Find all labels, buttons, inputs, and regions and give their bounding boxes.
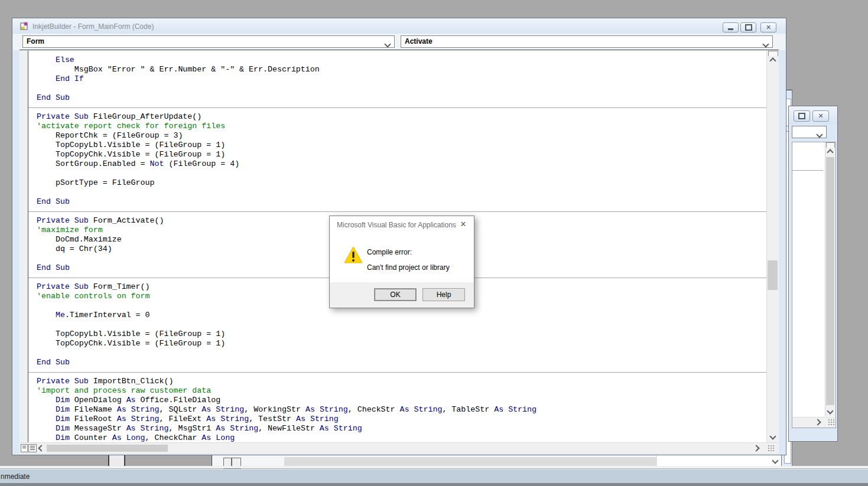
code-line[interactable]: Private Sub ImportBtn_Click()	[28, 377, 766, 386]
code-line[interactable]: Dim Counter As Long, CheckChar As Long	[28, 433, 766, 442]
procedure-dropdown-value: Activate	[405, 37, 433, 45]
procedure-separator	[792, 170, 823, 171]
horizontal-scrollbar[interactable]	[284, 457, 656, 467]
chevron-up-icon	[769, 57, 776, 64]
scroll-left-button[interactable]	[37, 444, 45, 452]
procedure-separator	[28, 367, 766, 377]
code-line[interactable]: Else	[28, 56, 766, 65]
chevron-down-icon	[762, 41, 769, 47]
resize-grip-icon[interactable]	[768, 445, 775, 452]
code-line[interactable]: End Sub	[28, 358, 766, 367]
code-line[interactable]: pSortType = FileGroup	[28, 178, 766, 188]
code-line[interactable]	[28, 348, 766, 358]
scroll-down-button[interactable]	[825, 406, 835, 415]
close-icon[interactable]: ✕	[760, 22, 776, 32]
code-line[interactable]	[28, 188, 766, 197]
horizontal-scrollbar-row	[19, 442, 778, 454]
chevron-right-icon	[814, 419, 821, 425]
procedure-view-icon[interactable]	[21, 444, 28, 452]
scrollbar-thumb[interactable]	[768, 260, 778, 290]
code-line[interactable]: TopCopyLbl.Visible = (FileGroup = 1)	[28, 141, 766, 150]
dropdown-row: Form Activate	[13, 34, 785, 50]
procedure-separator	[28, 207, 766, 216]
window-title: InkjetBuilder - Form_MainForm (Code)	[32, 22, 154, 31]
vertical-scrollbar[interactable]	[825, 142, 836, 416]
help-button[interactable]: Help	[422, 288, 465, 301]
scroll-down-button[interactable]	[767, 432, 778, 441]
chevron-down-icon	[827, 407, 833, 414]
chevron-down-icon	[816, 131, 823, 138]
full-module-view-icon[interactable]	[28, 444, 37, 452]
code-window-titlebar[interactable]: InkjetBuilder - Form_MainForm (Code) ✕	[12, 18, 786, 34]
restore-icon[interactable]	[740, 22, 756, 32]
secondary-object-dropdown[interactable]	[792, 126, 827, 138]
code-line[interactable]	[28, 84, 766, 93]
code-line[interactable]: Dim MessageStr As String, MsgStr1 As Str…	[28, 424, 766, 433]
procedure-separator	[28, 103, 766, 112]
secondary-code-area[interactable]	[792, 142, 836, 428]
scroll-right-button[interactable]	[752, 444, 760, 452]
scroll-up-button[interactable]	[825, 148, 835, 156]
code-line[interactable]: 'import and process raw customer data	[28, 386, 766, 396]
close-icon[interactable]: ✕	[459, 220, 468, 229]
scroll-up-button[interactable]	[767, 56, 778, 66]
dialog-title: Microsoft Visual Basic for Applications	[337, 221, 456, 229]
warning-icon	[344, 246, 363, 265]
chevron-up-icon	[827, 149, 833, 155]
dialog-footer: OK Help	[330, 282, 474, 308]
scrollbar-thumb[interactable]	[826, 157, 834, 405]
restore-icon[interactable]	[794, 110, 810, 122]
chevron-down-icon[interactable]	[772, 457, 778, 464]
code-line[interactable]: SortGroup.Enabled = Not (FileGroup = 4)	[28, 159, 766, 169]
chevron-down-icon	[384, 41, 391, 47]
code-line[interactable]: Dim FileName As String, SQLstr As String…	[28, 405, 766, 415]
scrollbar-thumb[interactable]	[47, 445, 168, 452]
error-message: Can't find project or library	[367, 263, 450, 272]
code-line[interactable]: Dim FileRoot As String, FileExt As Strin…	[28, 415, 766, 424]
code-line[interactable]: MsgBox "Error " & Err.Number & "-" & Err…	[28, 65, 766, 74]
code-line[interactable]	[28, 169, 766, 178]
chevron-left-icon	[38, 445, 44, 451]
horizontal-scrollbar[interactable]	[792, 417, 836, 428]
code-line[interactable]: TopCopyLbl.Visible = (FileGroup = 1)	[28, 330, 766, 339]
immediate-window-titlebar[interactable]: nmediate	[0, 469, 868, 483]
form-code-icon	[20, 22, 28, 30]
procedure-dropdown[interactable]: Activate	[401, 35, 773, 48]
object-dropdown[interactable]: Form	[22, 35, 395, 48]
code-line[interactable]: Me.TimerInterval = 0	[28, 311, 766, 320]
code-line[interactable]: TopCopyChk.Visible = (FileGroup = 1)	[28, 150, 766, 159]
error-heading: Compile error:	[367, 248, 412, 256]
chevron-right-icon	[753, 445, 759, 451]
minimize-icon[interactable]	[723, 22, 739, 32]
resize-grip-icon[interactable]	[828, 419, 835, 426]
secondary-window-titlebar[interactable]: ✕	[789, 106, 837, 125]
immediate-window-top-edge	[0, 466, 868, 468]
code-line[interactable]: ReportChk = (FileGroup = 3)	[28, 131, 766, 141]
compile-error-dialog: Microsoft Visual Basic for Applications …	[329, 216, 474, 308]
ok-button[interactable]: OK	[374, 288, 417, 301]
code-line[interactable]: End Sub	[28, 197, 766, 207]
scroll-right-button[interactable]	[814, 418, 822, 426]
vertical-scrollbar[interactable]	[766, 51, 779, 442]
chevron-down-icon	[769, 433, 776, 439]
object-dropdown-value: Form	[27, 37, 44, 45]
screen: { "main_window": { "title": "InkjetBuild…	[0, 0, 868, 486]
immediate-window-title: nmediate	[1, 472, 30, 481]
code-line[interactable]: Private Sub FileGroup_AfterUpdate()	[28, 112, 766, 122]
code-line[interactable]: Dim OpenDialog As Office.FileDialog	[28, 396, 766, 405]
secondary-code-window: ✕	[788, 106, 838, 442]
code-line[interactable]: TopCopyChk.Visible = (FileGroup = 1)	[28, 339, 766, 348]
margin-indicator-bar[interactable]	[19, 51, 28, 442]
code-line[interactable]: 'activate report check for foreign files	[28, 122, 766, 131]
immediate-window-body-edge	[0, 483, 868, 486]
code-line[interactable]	[28, 320, 766, 330]
code-line[interactable]: End If	[28, 74, 766, 84]
code-line[interactable]: End Sub	[28, 93, 766, 103]
close-icon[interactable]: ✕	[812, 110, 829, 122]
